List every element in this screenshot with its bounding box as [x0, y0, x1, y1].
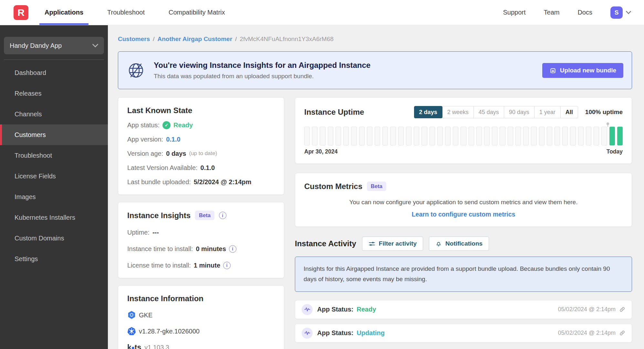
sidebar-item-dashboard[interactable]: Dashboard [0, 62, 108, 83]
tab-troubleshoot[interactable]: Troubleshoot [107, 0, 145, 25]
activity-event-row: App Status: Updating 05/02/2024 @ 2:14pm [295, 324, 632, 343]
notifications-label: Notifications [445, 240, 483, 247]
uptime-bar [336, 127, 341, 145]
custom-metrics-title: Custom Metrics [304, 182, 362, 191]
sidebar-item-troubleshoot[interactable]: Troubleshoot [0, 145, 108, 166]
tab-applications[interactable]: Applications [45, 0, 83, 25]
uptime-bar [351, 127, 357, 145]
link-icon[interactable] [619, 306, 625, 312]
sidebar-item-kubernetes-installers[interactable]: Kubernetes Installers [0, 207, 108, 228]
uptime-row: Uptime: --- [127, 228, 275, 237]
airgap-history-notice: Insights for this Airgapped Instance are… [295, 257, 632, 292]
uptime-bar [461, 127, 466, 145]
breadcrumb-separator: / [235, 36, 237, 43]
primary-nav: Applications Troubleshoot Compatibility … [45, 0, 225, 25]
tab-compatibility-matrix[interactable]: Compatibility Matrix [169, 0, 225, 25]
instance-ttl-row: Instance time to install: 0 minutes [127, 245, 275, 253]
uptime-bar-up [617, 127, 623, 145]
nav-link-team[interactable]: Team [544, 9, 560, 16]
last-bundle-row: Last bundle uploaded: 5/2/2024 @ 2:14pm [127, 178, 275, 186]
instance-insights-title: Instance Insights [127, 211, 191, 220]
uptime-bar [414, 127, 419, 145]
uptime-bar [586, 127, 591, 145]
instance-uptime-title: Instance Uptime [304, 108, 364, 117]
custom-metrics-card: Custom Metrics Beta You can now configur… [295, 173, 632, 227]
uptime-range-2-days[interactable]: 2 days [414, 106, 442, 118]
platform-row: GKE [127, 311, 275, 319]
banner-title: You're viewing Instance Insights for an … [154, 61, 370, 70]
uptime-range-group: 2 days 2 weeks 45 days 90 days 1 year Al… [414, 106, 578, 118]
uptime-range-45-days[interactable]: 45 days [473, 106, 504, 118]
check-circle-icon: ✓ [162, 121, 171, 129]
uptime-bar [547, 127, 552, 145]
uptime-range-90-days[interactable]: 90 days [504, 106, 535, 118]
content-columns: Last Known State App status: ✓ Ready App… [118, 97, 632, 349]
sidebar-item-images[interactable]: Images [0, 186, 108, 207]
sidebar-item-customers[interactable]: Customers [0, 124, 108, 145]
breadcrumb-customer-name[interactable]: Another Airgap Customer [158, 36, 233, 43]
breadcrumb-customers[interactable]: Customers [118, 36, 150, 43]
kots-logo-ts: ts [135, 343, 141, 349]
sidebar-item-custom-domains[interactable]: Custom Domains [0, 228, 108, 249]
uptime-bar [515, 127, 521, 145]
info-icon[interactable] [219, 212, 226, 219]
notifications-button[interactable]: Notifications [429, 237, 489, 251]
uptime-bar [421, 127, 427, 145]
info-icon[interactable] [229, 245, 236, 253]
gke-icon [127, 311, 136, 319]
uptime-range-all[interactable]: All [560, 106, 578, 118]
filter-activity-button[interactable]: Filter activity [362, 237, 423, 251]
uptime-bar [375, 127, 380, 145]
uptime-bar [539, 127, 545, 145]
last-known-state-card: Last Known State App status: ✓ Ready App… [118, 97, 284, 195]
top-navbar: R Applications Troubleshoot Compatibilit… [0, 0, 644, 25]
airgap-banner: You're viewing Instance Insights for an … [118, 51, 632, 89]
uptime-bar [312, 127, 317, 145]
uptime-bar [508, 127, 513, 145]
left-column: Last Known State App status: ✓ Ready App… [118, 97, 284, 349]
main-content: Customers / Another Airgap Customer / 2f… [108, 25, 644, 349]
nav-link-support[interactable]: Support [503, 9, 525, 16]
sidebar-item-license-fields[interactable]: License Fields [0, 166, 108, 186]
app-version-row: App version: 0.1.0 [127, 135, 275, 143]
sidebar-item-releases[interactable]: Releases [0, 83, 108, 104]
upload-new-bundle-button[interactable]: Upload new bundle [542, 63, 623, 78]
uptime-value: --- [152, 228, 159, 237]
event-value: Updating [357, 329, 385, 337]
avatar[interactable]: S [610, 6, 623, 19]
replicated-logo[interactable]: R [14, 5, 28, 20]
uptime-bar [328, 127, 333, 145]
sidebar-item-settings[interactable]: Settings [0, 249, 108, 269]
globe-slash-icon [127, 61, 145, 80]
app-selector-dropdown[interactable]: Handy Dandy App [4, 37, 104, 54]
link-icon[interactable] [619, 330, 625, 336]
uptime-bar [390, 127, 396, 145]
instance-information-card: Instance Information GKE [118, 285, 284, 349]
uptime-bar-chart [304, 127, 623, 145]
uptime-bar [555, 127, 560, 145]
kots-logo: k ts [127, 343, 141, 349]
app-version-link[interactable]: 0.1.0 [166, 135, 180, 143]
kots-version-value: v1.103.3 [144, 344, 169, 349]
right-column: Instance Uptime 2 days 2 weeks 45 days 9… [295, 97, 632, 343]
breadcrumb-instance-id: 2fvMcK4NFuALfnonn1Y3xA6rM68 [240, 36, 333, 43]
nav-link-docs[interactable]: Docs [577, 9, 592, 16]
uptime-bar [484, 127, 490, 145]
chevron-down-icon [626, 11, 631, 14]
activity-event-list: App Status: Ready 05/02/2024 @ 2:14pm [295, 300, 632, 343]
version-age-note: (up to date) [189, 149, 217, 158]
instance-activity-header: Instance Activity Filter activity [295, 237, 632, 251]
top-navbar-right: Support Team Docs S [503, 6, 631, 19]
sidebar-divider [4, 59, 104, 60]
uptime-range-2-weeks[interactable]: 2 weeks [442, 106, 474, 118]
uptime-bar [500, 127, 505, 145]
account-menu[interactable]: S [610, 6, 631, 19]
version-age-row: Version age: 0 days (up to date) [127, 149, 275, 158]
uptime-range-1-year[interactable]: 1 year [534, 106, 561, 118]
last-bundle-value: 5/2/2024 @ 2:14pm [194, 178, 252, 186]
info-icon[interactable] [223, 262, 231, 269]
uptime-marker-dot [607, 122, 609, 125]
configure-custom-metrics-link[interactable]: Learn to configure custom metrics [304, 211, 623, 218]
uptime-bar [437, 127, 443, 145]
sidebar-item-channels[interactable]: Channels [0, 104, 108, 124]
